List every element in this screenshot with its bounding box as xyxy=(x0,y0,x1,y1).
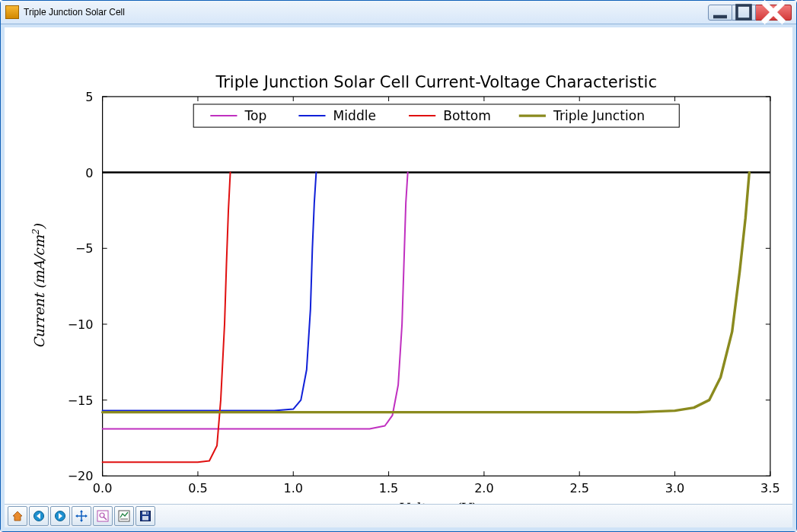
arrow-right-icon xyxy=(54,510,66,522)
svg-marker-52 xyxy=(13,511,22,521)
subplots-icon xyxy=(118,510,130,522)
svg-text:−5: −5 xyxy=(75,241,94,256)
subplots-button[interactable] xyxy=(114,506,134,526)
svg-rect-4 xyxy=(103,97,770,476)
maximize-button[interactable] xyxy=(732,5,756,21)
y-axis-label: Current (mA/cm2) xyxy=(30,223,47,348)
legend-entry: Bottom xyxy=(443,108,491,123)
window-title: Triple Junction Solar Cell xyxy=(24,7,708,18)
svg-rect-70 xyxy=(142,516,148,521)
pan-button[interactable] xyxy=(72,506,91,526)
svg-text:−20: −20 xyxy=(68,469,94,483)
zoom-button[interactable] xyxy=(93,506,113,526)
svg-rect-1 xyxy=(737,5,751,19)
move-icon xyxy=(75,510,88,522)
svg-text:−15: −15 xyxy=(68,393,94,408)
forward-button[interactable] xyxy=(50,506,70,526)
svg-rect-71 xyxy=(146,512,148,514)
app-window: Triple Junction Solar Cell 0.00.51.01.52… xyxy=(0,0,797,532)
minimize-button[interactable] xyxy=(708,5,732,21)
window-controls xyxy=(708,5,792,21)
close-button[interactable] xyxy=(756,5,792,21)
legend-entry: Top xyxy=(244,108,267,123)
home-button[interactable] xyxy=(8,506,27,526)
x-axis-label: Voltage (V) xyxy=(398,500,476,504)
svg-text:2.5: 2.5 xyxy=(569,481,589,495)
legend-entry: Triple Junction xyxy=(553,108,645,123)
svg-marker-59 xyxy=(80,510,83,512)
svg-text:5: 5 xyxy=(85,90,93,104)
arrow-left-icon xyxy=(33,510,45,522)
magnifier-icon xyxy=(97,510,109,522)
chart-title: Triple Junction Solar Cell Current-Volta… xyxy=(215,72,657,91)
legend-entry: Middle xyxy=(333,108,376,123)
client-area: 0.00.51.01.52.02.53.03.5−20−15−10−505Tri… xyxy=(1,24,796,531)
svg-text:0: 0 xyxy=(85,166,93,180)
back-button[interactable] xyxy=(29,506,49,526)
svg-text:0.0: 0.0 xyxy=(93,481,113,495)
svg-marker-60 xyxy=(80,520,83,522)
svg-text:0.5: 0.5 xyxy=(188,481,208,495)
titlebar: Triple Junction Solar Cell xyxy=(1,1,796,24)
save-button[interactable] xyxy=(135,506,155,526)
svg-text:1.0: 1.0 xyxy=(283,481,303,495)
home-icon xyxy=(11,510,24,522)
svg-text:2.0: 2.0 xyxy=(474,481,494,495)
app-icon xyxy=(5,5,19,19)
svg-text:3.5: 3.5 xyxy=(760,481,780,495)
svg-marker-62 xyxy=(85,514,88,518)
svg-marker-61 xyxy=(75,514,78,518)
plot-area[interactable]: 0.00.51.01.52.02.53.03.5−20−15−10−505Tri… xyxy=(5,27,792,504)
svg-text:1.5: 1.5 xyxy=(379,481,399,495)
svg-text:3.0: 3.0 xyxy=(665,481,685,495)
chart-canvas: 0.00.51.01.52.02.53.03.5−20−15−10−505Tri… xyxy=(5,27,792,504)
svg-text:−10: −10 xyxy=(68,317,94,332)
floppy-icon xyxy=(139,510,151,522)
matplotlib-toolbar xyxy=(5,504,792,527)
